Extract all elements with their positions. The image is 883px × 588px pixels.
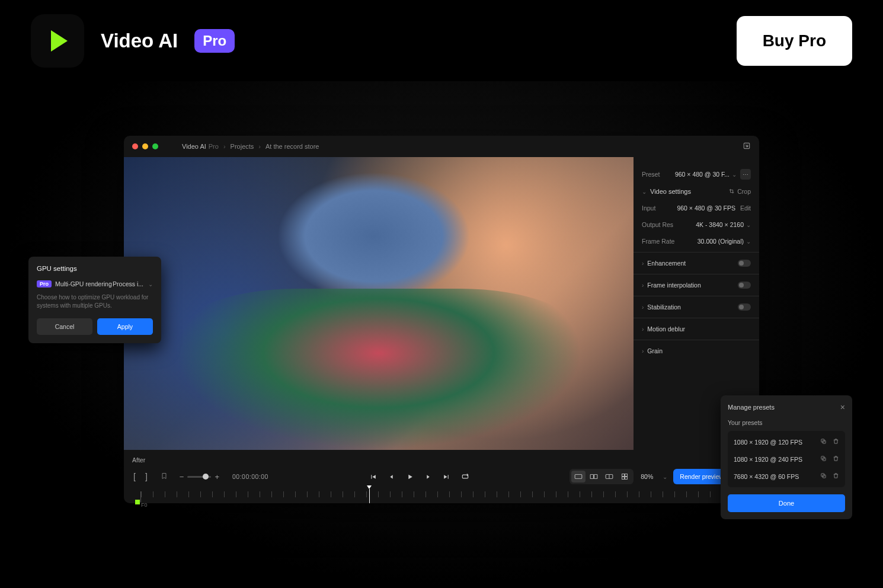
gpu-cancel-button[interactable]: Cancel xyxy=(37,318,92,335)
maximize-window-icon[interactable] xyxy=(152,143,158,149)
framerate-label: Frame Rate xyxy=(642,238,674,245)
prev-frame-button[interactable] xyxy=(388,473,395,481)
play-icon xyxy=(51,30,68,52)
stabilization-section[interactable]: › Stabilization xyxy=(639,299,753,315)
gpu-apply-button[interactable]: Apply xyxy=(97,318,153,335)
timeline-playhead[interactable] xyxy=(369,489,370,503)
svg-rect-4 xyxy=(594,475,597,479)
svg-rect-9 xyxy=(622,477,625,480)
copy-icon[interactable] xyxy=(820,455,827,463)
breadcrumb-sep: › xyxy=(223,143,226,150)
view-mode-group xyxy=(570,469,634,484)
edit-input-button[interactable]: Edit xyxy=(740,204,751,212)
frame-interpolation-section[interactable]: › Frame interpolation xyxy=(639,277,753,293)
zoom-percent[interactable]: 80% xyxy=(636,473,658,480)
zoom-in-button[interactable]: + xyxy=(215,472,219,481)
preview-mode-label: After xyxy=(132,456,145,464)
trash-icon[interactable] xyxy=(833,472,839,480)
grain-label: Grain xyxy=(647,347,663,354)
view-single-button[interactable] xyxy=(571,471,586,482)
video-settings-header[interactable]: ⌄ Video settings Crop xyxy=(639,183,753,200)
output-label: Output Res xyxy=(642,221,673,228)
page-header: Video AI Pro Buy Pro xyxy=(0,0,883,81)
minimize-window-icon[interactable] xyxy=(142,143,148,149)
chevron-right-icon: › xyxy=(642,260,644,267)
timeline[interactable]: F0 F347 xyxy=(132,488,751,506)
gpu-settings-popup: GPU settings Pro Multi-GPU rendering Pro… xyxy=(28,257,161,343)
video-settings-label: Video settings xyxy=(650,188,691,195)
crop-button[interactable]: Crop xyxy=(729,188,751,195)
divider xyxy=(634,274,759,274)
trash-icon[interactable] xyxy=(833,438,839,446)
preset-more-button[interactable]: ⋯ xyxy=(740,169,751,180)
preset-item-label: 1080 × 1920 @ 240 FPS xyxy=(734,456,802,463)
skip-end-button[interactable] xyxy=(443,473,450,481)
zoom-thumb[interactable] xyxy=(203,474,209,480)
motion-deblur-section[interactable]: › Motion deblur xyxy=(639,321,753,337)
controls-main-row: [ ] − + 00:00:00:00 xyxy=(132,466,751,487)
editor-titlebar: Video AI Pro › Projects › At the record … xyxy=(124,136,759,157)
trash-icon[interactable] xyxy=(833,455,839,463)
close-icon[interactable]: × xyxy=(840,402,845,412)
view-slider-button[interactable] xyxy=(602,471,616,482)
grain-section[interactable]: › Grain xyxy=(639,343,753,359)
transport-controls xyxy=(369,472,469,481)
pro-chip: Pro xyxy=(37,280,52,287)
mark-out-button[interactable]: ] xyxy=(144,472,149,481)
manage-presets-popup: Manage presets × Your presets 1080 × 192… xyxy=(721,395,852,519)
output-row[interactable]: Output Res 4K - 3840 × 2160 ⌄ xyxy=(639,216,753,233)
gpu-select-value: Process i... xyxy=(113,280,143,287)
play-button[interactable] xyxy=(406,473,414,481)
input-value: 960 × 480 @ 30 FPS xyxy=(677,204,735,212)
enhancement-toggle[interactable] xyxy=(738,260,751,267)
timeline-track[interactable]: F0 F347 xyxy=(140,491,743,502)
stage: Video AI Pro › Projects › At the record … xyxy=(0,81,883,588)
header-left: Video AI Pro xyxy=(31,14,235,68)
gpu-mode-select[interactable]: Process i... ⌄ xyxy=(113,280,153,287)
skip-start-button[interactable] xyxy=(369,473,377,481)
view-split-button[interactable] xyxy=(587,471,601,482)
preset-item: 7680 × 4320 @ 60 FPS xyxy=(730,468,843,485)
buy-pro-button[interactable]: Buy Pro xyxy=(737,16,852,66)
view-grid-button[interactable] xyxy=(618,471,632,482)
chevron-down-icon: ⌄ xyxy=(642,188,647,195)
editor-body: Preset 960 × 480 @ 30 F... ⌄ ⋯ ⌄ Video s… xyxy=(124,157,759,450)
gpu-setting-row: Pro Multi-GPU rendering Process i... ⌄ xyxy=(37,280,153,287)
preset-select[interactable]: 960 × 480 @ 30 F... ⌄ ⋯ xyxy=(675,169,751,180)
preset-label: Preset xyxy=(642,171,660,178)
timeline-start-label: F0 xyxy=(141,502,148,508)
marker-icon[interactable] xyxy=(161,472,168,481)
stabilization-toggle[interactable] xyxy=(738,303,751,311)
framerate-row[interactable]: Frame Rate 30.000 (Original) ⌄ xyxy=(639,233,753,250)
breadcrumb-section[interactable]: Projects xyxy=(231,143,254,150)
copy-icon[interactable] xyxy=(820,438,827,446)
divider xyxy=(634,252,759,253)
controls-top-row: After xyxy=(132,453,751,466)
loop-button[interactable] xyxy=(461,472,469,481)
copy-icon[interactable] xyxy=(820,472,827,480)
enhancement-section[interactable]: › Enhancement xyxy=(639,255,753,271)
timecode: 00:00:00:00 xyxy=(232,473,268,480)
presets-done-button[interactable]: Done xyxy=(728,494,845,512)
frame-interpolation-toggle[interactable] xyxy=(738,282,751,289)
export-icon[interactable] xyxy=(743,142,751,152)
timeline-start-marker xyxy=(135,500,140,504)
next-frame-button[interactable] xyxy=(424,473,432,481)
enhancement-label: Enhancement xyxy=(647,260,686,267)
video-preview[interactable] xyxy=(124,157,634,450)
multi-gpu-label: Multi-GPU rendering xyxy=(55,280,112,287)
divider xyxy=(634,296,759,296)
app-title: Video AI xyxy=(101,30,178,52)
zoom-slider[interactable] xyxy=(187,476,211,478)
zoom-out-button[interactable]: − xyxy=(180,472,184,481)
svg-rect-7 xyxy=(622,474,625,477)
traffic-lights xyxy=(132,143,158,149)
svg-rect-10 xyxy=(625,477,628,480)
mark-in-button[interactable]: [ xyxy=(132,472,137,481)
chevron-right-icon: › xyxy=(642,348,644,354)
chevron-right-icon: › xyxy=(642,282,644,289)
preset-item: 1080 × 1920 @ 240 FPS xyxy=(730,450,843,468)
close-window-icon[interactable] xyxy=(132,143,138,149)
chevron-down-icon: ⌄ xyxy=(148,281,153,287)
editor-window: Video AI Pro › Projects › At the record … xyxy=(124,136,759,503)
